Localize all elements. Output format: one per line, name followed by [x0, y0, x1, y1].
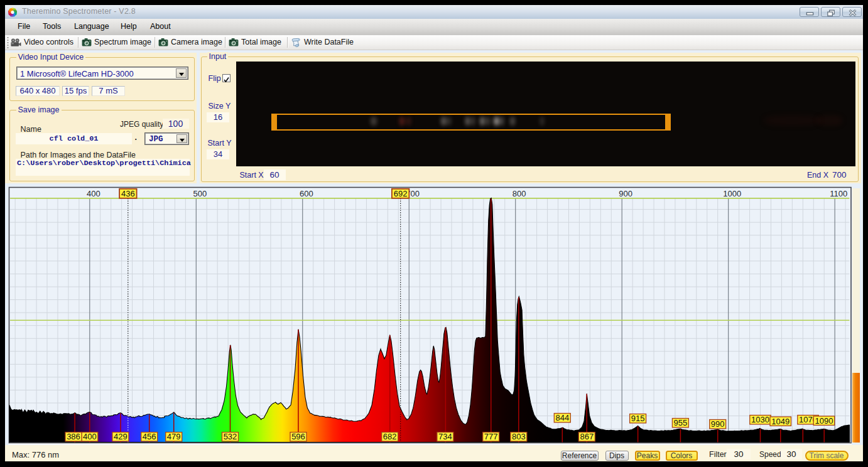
svg-text:400: 400 — [87, 189, 100, 198]
svg-text:429: 429 — [114, 432, 127, 441]
svg-text:955: 955 — [674, 418, 688, 427]
svg-text:900: 900 — [619, 189, 632, 198]
svg-text:844: 844 — [555, 413, 569, 422]
svg-text:1030: 1030 — [751, 415, 769, 424]
svg-text:479: 479 — [167, 432, 181, 441]
svg-text:456: 456 — [143, 432, 156, 441]
svg-text:692: 692 — [394, 189, 408, 198]
svg-text:682: 682 — [383, 432, 397, 441]
svg-text:1100: 1100 — [830, 189, 847, 198]
svg-text:532: 532 — [224, 432, 237, 441]
svg-text:800: 800 — [513, 189, 526, 198]
svg-text:596: 596 — [291, 432, 305, 441]
svg-text:386: 386 — [67, 432, 80, 441]
svg-text:500: 500 — [193, 189, 207, 198]
svg-text:734: 734 — [438, 432, 452, 441]
svg-text:436: 436 — [121, 189, 135, 198]
svg-text:777: 777 — [484, 432, 498, 441]
svg-text:990: 990 — [711, 419, 725, 429]
svg-text:1049: 1049 — [771, 417, 789, 426]
svg-text:400: 400 — [83, 432, 97, 441]
svg-text:1000: 1000 — [723, 189, 741, 198]
svg-text:867: 867 — [580, 432, 594, 441]
svg-text:1090: 1090 — [815, 416, 833, 426]
svg-text:915: 915 — [631, 414, 645, 423]
svg-text:600: 600 — [300, 189, 313, 198]
svg-text:803: 803 — [512, 432, 526, 441]
